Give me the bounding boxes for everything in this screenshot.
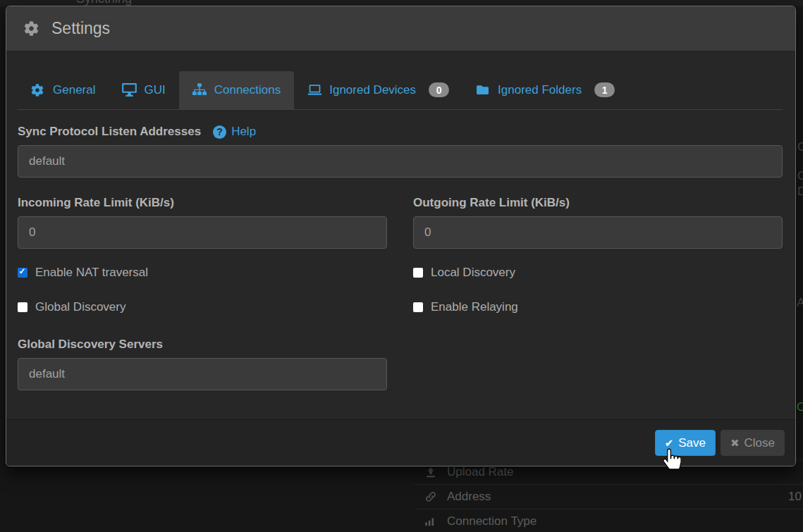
settings-tabs: General GUI Connections (18, 71, 783, 110)
table-row-connection-type: Connection Type (415, 509, 803, 532)
tab-label: Connections (214, 83, 281, 97)
check-icon: ✔ (665, 438, 674, 448)
tab-general[interactable]: General (18, 71, 109, 109)
enable-relaying-checkbox[interactable]: Enable Relaying (413, 299, 783, 315)
clipped-text-fragment: C (797, 140, 803, 154)
address-value: 10 (788, 490, 802, 504)
device-details-table: Upload Rate Address 10 Connection Type (415, 459, 803, 532)
question-circle-icon: ? (213, 125, 226, 139)
tab-connections[interactable]: Connections (179, 71, 295, 109)
link-icon (424, 490, 439, 503)
folder-icon (476, 83, 491, 97)
modal-body: General GUI Connections (6, 51, 795, 390)
signal-bars-icon (424, 515, 439, 528)
tab-ignored-folders[interactable]: Ignored Folders 1 (462, 71, 628, 109)
modal-title: Settings (51, 19, 110, 38)
tab-ignored-devices[interactable]: Ignored Devices 0 (294, 71, 462, 109)
row-label: Address (447, 490, 491, 504)
upload-icon (424, 466, 439, 478)
screen: Syncthing ⊕ English ▾ Help ▾ Upload Rate… (0, 0, 803, 532)
tab-label: General (53, 83, 95, 97)
monitor-icon (122, 83, 137, 97)
checkbox-icon[interactable] (18, 302, 27, 312)
tab-label: GUI (144, 83, 165, 97)
global-discovery-servers-input[interactable] (18, 358, 387, 390)
checkbox-icon[interactable] (413, 302, 423, 312)
outgoing-rate-label: Outgoing Rate Limit (KiB/s) (413, 196, 783, 210)
listen-addresses-input[interactable] (18, 145, 783, 178)
gear-icon (24, 21, 39, 36)
hand-pointer-cursor (663, 448, 681, 470)
global-discovery-servers-label: Global Discovery Servers (18, 338, 387, 352)
checkbox-label: Enable Relaying (431, 300, 518, 314)
local-discovery-checkbox[interactable]: Local Discovery (413, 265, 783, 280)
ignored-devices-count-badge: 0 (429, 82, 449, 97)
incoming-rate-label: Incoming Rate Limit (KiB/s) (18, 196, 387, 210)
incoming-rate-input[interactable] (18, 216, 387, 249)
sitemap-icon (192, 83, 207, 97)
nat-traversal-checkbox[interactable]: Enable NAT traversal (18, 265, 387, 280)
listen-addresses-label: Sync Protocol Listen Addresses ? Help (18, 125, 783, 139)
clipped-text-fragment: C (797, 169, 803, 183)
outgoing-rate-input[interactable] (413, 216, 783, 249)
tab-gui[interactable]: GUI (109, 71, 178, 109)
clipped-text-fragment: D (797, 185, 803, 199)
checkbox-icon[interactable] (413, 268, 423, 278)
checkbox-icon[interactable] (18, 268, 27, 278)
global-discovery-checkbox[interactable]: Global Discovery (18, 299, 387, 315)
help-link[interactable]: ? Help (213, 125, 256, 139)
tab-label: Ignored Folders (498, 83, 582, 97)
row-label: Connection Type (447, 514, 537, 528)
x-icon: ✖ (730, 438, 740, 448)
laptop-icon (307, 83, 322, 97)
gear-icon (31, 83, 46, 97)
modal-header: Settings (6, 6, 795, 51)
checkbox-label: Global Discovery (35, 300, 126, 314)
table-row-address: Address 10 (415, 484, 803, 509)
checkbox-label: Local Discovery (431, 266, 515, 280)
clipped-text-fragment: O (797, 400, 803, 414)
ignored-folders-count-badge: 1 (594, 82, 615, 97)
connections-form: Sync Protocol Listen Addresses ? Help In… (18, 110, 783, 390)
clipped-text-fragment: A (797, 296, 803, 310)
settings-modal: Settings General GUI (6, 6, 796, 466)
row-label: Upload Rate (447, 465, 514, 479)
checkbox-label: Enable NAT traversal (35, 266, 148, 280)
close-button[interactable]: ✖ Close (721, 430, 785, 456)
tab-label: Ignored Devices (329, 83, 416, 97)
